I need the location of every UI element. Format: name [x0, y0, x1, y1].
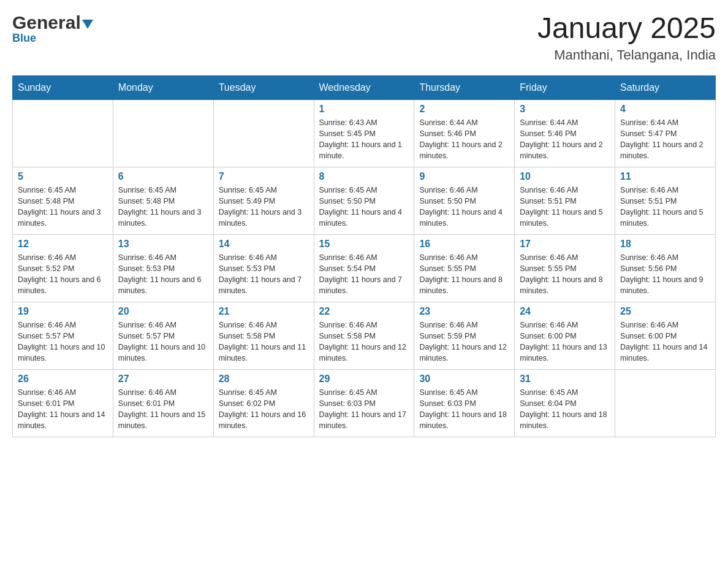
day-number: 31 [520, 373, 610, 385]
day-header-monday: Monday [113, 75, 213, 99]
day-number: 6 [118, 171, 208, 182]
calendar-cell: 11Sunrise: 6:46 AM Sunset: 5:51 PM Dayli… [615, 167, 716, 234]
day-number: 15 [319, 239, 409, 250]
day-number: 13 [118, 239, 208, 250]
calendar-cell: 12Sunrise: 6:46 AM Sunset: 5:52 PM Dayli… [13, 234, 113, 302]
calendar-subtitle: Manthani, Telangana, India [537, 47, 716, 63]
day-info: Sunrise: 6:46 AM Sunset: 5:56 PM Dayligh… [620, 252, 710, 297]
calendar-cell: 28Sunrise: 6:45 AM Sunset: 6:02 PM Dayli… [213, 369, 314, 437]
calendar-cell: 20Sunrise: 6:46 AM Sunset: 5:57 PM Dayli… [113, 302, 213, 369]
day-info: Sunrise: 6:44 AM Sunset: 5:47 PM Dayligh… [620, 117, 710, 162]
day-info: Sunrise: 6:46 AM Sunset: 5:54 PM Dayligh… [319, 252, 409, 297]
calendar-cell: 25Sunrise: 6:46 AM Sunset: 6:00 PM Dayli… [615, 302, 716, 369]
day-number: 22 [319, 306, 409, 317]
calendar-cell: 5Sunrise: 6:45 AM Sunset: 5:48 PM Daylig… [13, 167, 113, 234]
day-info: Sunrise: 6:46 AM Sunset: 5:55 PM Dayligh… [520, 252, 610, 297]
day-info: Sunrise: 6:46 AM Sunset: 5:55 PM Dayligh… [419, 252, 509, 297]
day-info: Sunrise: 6:46 AM Sunset: 5:58 PM Dayligh… [319, 320, 409, 364]
day-number: 18 [620, 239, 710, 250]
day-info: Sunrise: 6:45 AM Sunset: 5:50 PM Dayligh… [319, 185, 409, 229]
calendar-cell: 7Sunrise: 6:45 AM Sunset: 5:49 PM Daylig… [213, 167, 314, 234]
day-number: 17 [520, 239, 610, 250]
day-number: 4 [620, 104, 710, 115]
calendar-cell: 15Sunrise: 6:46 AM Sunset: 5:54 PM Dayli… [314, 234, 414, 302]
calendar-cell: 3Sunrise: 6:44 AM Sunset: 5:46 PM Daylig… [515, 99, 615, 167]
week-row-3: 12Sunrise: 6:46 AM Sunset: 5:52 PM Dayli… [13, 234, 716, 302]
calendar-cell: 6Sunrise: 6:45 AM Sunset: 5:48 PM Daylig… [113, 167, 213, 234]
day-number: 9 [419, 171, 509, 182]
week-row-4: 19Sunrise: 6:46 AM Sunset: 5:57 PM Dayli… [13, 302, 716, 369]
day-info: Sunrise: 6:46 AM Sunset: 5:57 PM Dayligh… [118, 320, 208, 364]
week-row-5: 26Sunrise: 6:46 AM Sunset: 6:01 PM Dayli… [13, 369, 716, 437]
day-number: 27 [118, 373, 208, 385]
calendar-cell: 8Sunrise: 6:45 AM Sunset: 5:50 PM Daylig… [314, 167, 414, 234]
day-number: 25 [620, 306, 710, 317]
day-header-saturday: Saturday [615, 75, 716, 99]
calendar-cell: 27Sunrise: 6:46 AM Sunset: 6:01 PM Dayli… [113, 369, 213, 437]
calendar-cell: 19Sunrise: 6:46 AM Sunset: 5:57 PM Dayli… [13, 302, 113, 369]
calendar-cell: 16Sunrise: 6:46 AM Sunset: 5:55 PM Dayli… [414, 234, 515, 302]
calendar-cell: 30Sunrise: 6:45 AM Sunset: 6:03 PM Dayli… [414, 369, 515, 437]
calendar-cell: 14Sunrise: 6:46 AM Sunset: 5:53 PM Dayli… [213, 234, 314, 302]
day-info: Sunrise: 6:46 AM Sunset: 5:57 PM Dayligh… [18, 320, 108, 364]
day-info: Sunrise: 6:44 AM Sunset: 5:46 PM Dayligh… [520, 117, 610, 162]
calendar-cell: 10Sunrise: 6:46 AM Sunset: 5:51 PM Dayli… [515, 167, 615, 234]
day-info: Sunrise: 6:45 AM Sunset: 5:48 PM Dayligh… [118, 185, 208, 229]
day-number: 7 [219, 171, 309, 182]
day-number: 2 [419, 104, 509, 115]
calendar-cell [213, 99, 314, 167]
week-row-1: 1Sunrise: 6:43 AM Sunset: 5:45 PM Daylig… [13, 99, 716, 167]
calendar-cell: 24Sunrise: 6:46 AM Sunset: 6:00 PM Dayli… [515, 302, 615, 369]
day-info: Sunrise: 6:45 AM Sunset: 5:48 PM Dayligh… [18, 185, 108, 229]
calendar-cell [615, 369, 716, 437]
calendar-cell: 22Sunrise: 6:46 AM Sunset: 5:58 PM Dayli… [314, 302, 414, 369]
day-header-thursday: Thursday [414, 75, 515, 99]
day-number: 29 [319, 373, 409, 385]
day-number: 8 [319, 171, 409, 182]
logo-general-text: General [12, 12, 81, 33]
day-info: Sunrise: 6:45 AM Sunset: 6:04 PM Dayligh… [520, 387, 610, 432]
calendar-title: January 2025 [537, 12, 716, 45]
day-info: Sunrise: 6:46 AM Sunset: 6:00 PM Dayligh… [520, 320, 610, 364]
day-number: 10 [520, 171, 610, 182]
day-number: 19 [18, 306, 108, 317]
calendar-cell [13, 99, 113, 167]
day-info: Sunrise: 6:46 AM Sunset: 5:53 PM Dayligh… [118, 252, 208, 297]
header: General Blue January 2025 Manthani, Tela… [12, 12, 716, 63]
day-info: Sunrise: 6:46 AM Sunset: 6:01 PM Dayligh… [118, 387, 208, 432]
calendar-cell: 4Sunrise: 6:44 AM Sunset: 5:47 PM Daylig… [615, 99, 716, 167]
day-info: Sunrise: 6:45 AM Sunset: 6:03 PM Dayligh… [419, 387, 509, 432]
calendar-cell: 23Sunrise: 6:46 AM Sunset: 5:59 PM Dayli… [414, 302, 515, 369]
day-info: Sunrise: 6:46 AM Sunset: 5:50 PM Dayligh… [419, 185, 509, 229]
day-number: 28 [219, 373, 309, 385]
day-info: Sunrise: 6:46 AM Sunset: 6:00 PM Dayligh… [620, 320, 710, 364]
day-info: Sunrise: 6:46 AM Sunset: 5:58 PM Dayligh… [219, 320, 309, 364]
day-header-wednesday: Wednesday [314, 75, 414, 99]
title-area: January 2025 Manthani, Telangana, India [537, 12, 716, 63]
day-number: 30 [419, 373, 509, 385]
day-number: 16 [419, 239, 509, 250]
day-number: 14 [219, 239, 309, 250]
calendar-cell: 18Sunrise: 6:46 AM Sunset: 5:56 PM Dayli… [615, 234, 716, 302]
day-number: 12 [18, 239, 108, 250]
week-row-2: 5Sunrise: 6:45 AM Sunset: 5:48 PM Daylig… [13, 167, 716, 234]
day-header-sunday: Sunday [13, 75, 113, 99]
calendar-cell: 17Sunrise: 6:46 AM Sunset: 5:55 PM Dayli… [515, 234, 615, 302]
day-info: Sunrise: 6:46 AM Sunset: 6:01 PM Dayligh… [18, 387, 108, 432]
day-number: 1 [319, 104, 409, 115]
day-info: Sunrise: 6:46 AM Sunset: 5:51 PM Dayligh… [620, 185, 710, 229]
logo-area: General Blue [12, 12, 93, 45]
calendar-cell: 31Sunrise: 6:45 AM Sunset: 6:04 PM Dayli… [515, 369, 615, 437]
day-number: 20 [118, 306, 208, 317]
day-info: Sunrise: 6:44 AM Sunset: 5:46 PM Dayligh… [419, 117, 509, 162]
day-number: 23 [419, 306, 509, 317]
calendar-cell: 2Sunrise: 6:44 AM Sunset: 5:46 PM Daylig… [414, 99, 515, 167]
day-number: 5 [18, 171, 108, 182]
calendar-cell: 29Sunrise: 6:45 AM Sunset: 6:03 PM Dayli… [314, 369, 414, 437]
logo-blue-text: Blue [12, 32, 36, 45]
calendar-cell: 1Sunrise: 6:43 AM Sunset: 5:45 PM Daylig… [314, 99, 414, 167]
day-header-friday: Friday [515, 75, 615, 99]
day-info: Sunrise: 6:46 AM Sunset: 5:53 PM Dayligh… [219, 252, 309, 297]
calendar-cell: 26Sunrise: 6:46 AM Sunset: 6:01 PM Dayli… [13, 369, 113, 437]
day-number: 11 [620, 171, 710, 182]
